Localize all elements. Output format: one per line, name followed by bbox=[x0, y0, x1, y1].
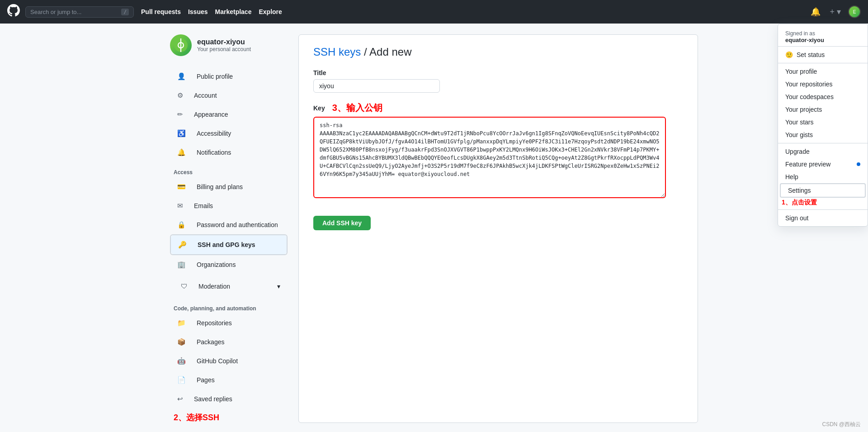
dropdown-divider-1 bbox=[778, 63, 868, 63]
feature-preview-item[interactable]: Feature preview bbox=[778, 158, 868, 171]
upgrade-item[interactable]: Upgrade bbox=[778, 145, 868, 158]
your-gists-item[interactable]: Your gists bbox=[778, 128, 868, 141]
copilot-icon: 🤖 bbox=[174, 354, 189, 368]
user-dropdown-menu: Signed in as equator-xiyou 🙂 Set status … bbox=[778, 24, 868, 227]
person-icon: 👤 bbox=[174, 70, 189, 83]
page-layout: equator-xiyou Your personal account 👤Pub… bbox=[163, 24, 705, 432]
accessibility-icon: ♿ bbox=[174, 127, 189, 140]
explore-link[interactable]: Explore bbox=[259, 8, 282, 15]
notifications-bell-button[interactable]: 🔔 bbox=[809, 5, 822, 19]
your-projects-item[interactable]: Your projects bbox=[778, 103, 868, 116]
avatar-menu-button[interactable]: E bbox=[848, 5, 861, 18]
sidebar-item-billing[interactable]: 💳Billing and plans bbox=[170, 177, 288, 196]
sidebar-item-accessibility[interactable]: ♿Accessibility bbox=[170, 124, 288, 143]
lock-icon: 🔒 bbox=[174, 218, 189, 232]
dropdown-username: equator-xiyou bbox=[785, 37, 824, 43]
sidebar-code-nav: 📁Repositories 📦Packages 🤖GitHub Copilot … bbox=[170, 313, 288, 408]
sidebar-item-repositories[interactable]: 📁Repositories bbox=[170, 313, 288, 332]
reply-icon: ↩ bbox=[174, 392, 187, 406]
github-logo-icon[interactable] bbox=[7, 4, 20, 19]
dropdown-header: Signed in as equator-xiyou bbox=[778, 26, 868, 47]
nav-links: Pull requests Issues Marketplace Explore bbox=[141, 8, 282, 15]
mail-icon: ✉ bbox=[174, 199, 187, 213]
key-hint-annotation: 3、输入公钥 bbox=[332, 102, 382, 114]
navbar: Search or jump to... / Pull requests Iss… bbox=[0, 0, 868, 24]
shield-icon: 🛡 bbox=[177, 280, 191, 293]
sidebar-item-appearance[interactable]: ✏Appearance bbox=[170, 105, 288, 124]
sidebar-item-emails[interactable]: ✉Emails bbox=[170, 196, 288, 215]
feature-preview-badge bbox=[857, 162, 860, 166]
sidebar-item-saved-replies[interactable]: ↩Saved replies bbox=[170, 389, 288, 408]
gear-icon: ⚙ bbox=[174, 89, 187, 102]
annotation-2-label: 2、选择SSH bbox=[170, 412, 288, 423]
sidebar-item-account[interactable]: ⚙Account bbox=[170, 86, 288, 105]
pages-icon: 📄 bbox=[174, 373, 189, 387]
navbar-right: 🔔 + ▾ E bbox=[809, 5, 861, 19]
settings-item[interactable]: Settings bbox=[780, 183, 866, 198]
sidebar-user-info: equator-xiyou Your personal account bbox=[170, 34, 288, 67]
create-new-button[interactable]: + ▾ bbox=[828, 5, 843, 19]
package-icon: 📦 bbox=[174, 335, 189, 349]
sidebar-item-password-auth[interactable]: 🔒Password and authentication bbox=[170, 215, 288, 234]
code-section-title: Code, planning, and automation bbox=[170, 298, 288, 313]
marketplace-link[interactable]: Marketplace bbox=[215, 8, 252, 15]
search-placeholder: Search or jump to... bbox=[30, 9, 121, 15]
bell-icon: 🔔 bbox=[174, 146, 189, 159]
chevron-down-icon: ▾ bbox=[274, 280, 284, 293]
main-content: SSH keys / Add new Title Key 3、输入公钥 ssh-… bbox=[298, 34, 698, 423]
access-section-title: Access bbox=[170, 162, 288, 177]
search-shortcut: / bbox=[121, 9, 129, 15]
sidebar-subtitle: Your personal account bbox=[197, 46, 251, 52]
sidebar-username: equator-xiyou bbox=[197, 38, 251, 46]
title-label: Title bbox=[313, 69, 683, 76]
org-icon: 🏢 bbox=[174, 258, 189, 271]
your-repositories-item[interactable]: Your repositories bbox=[778, 78, 868, 90]
sidebar-item-organizations[interactable]: 🏢Organizations bbox=[170, 255, 288, 274]
csdn-watermark: CSDN @西柚云 bbox=[822, 421, 861, 428]
key-textarea[interactable]: ssh-rsa AAAAB3NzaC1yc2EAAAADAQABAABgQCnC… bbox=[313, 117, 666, 198]
key-label: Key bbox=[313, 104, 325, 112]
breadcrumb-current: Add new bbox=[369, 46, 411, 58]
breadcrumb-ssh-keys-link[interactable]: SSH keys bbox=[313, 46, 361, 58]
title-input[interactable] bbox=[313, 79, 440, 93]
key-label-row: Key 3、输入公钥 bbox=[313, 102, 683, 114]
search-bar[interactable]: Search or jump to... / bbox=[25, 6, 134, 18]
issues-link[interactable]: Issues bbox=[188, 8, 208, 15]
your-codespaces-item[interactable]: Your codespaces bbox=[778, 90, 868, 103]
title-form-group: Title bbox=[313, 69, 683, 93]
smiley-icon: 🙂 bbox=[785, 51, 793, 58]
set-status-item[interactable]: 🙂 Set status bbox=[778, 48, 868, 61]
sidebar-item-pages[interactable]: 📄Pages bbox=[170, 370, 288, 389]
pencil-icon: ✏ bbox=[174, 108, 187, 121]
key-form-group: Key 3、输入公钥 ssh-rsa AAAAB3NzaC1yc2EAAAADA… bbox=[313, 102, 683, 199]
pull-requests-link[interactable]: Pull requests bbox=[141, 8, 181, 15]
dropdown-divider-2 bbox=[778, 143, 868, 143]
sidebar-item-moderation[interactable]: 🛡 Moderation ▾ bbox=[170, 274, 288, 298]
your-stars-item[interactable]: Your stars bbox=[778, 116, 868, 128]
credit-card-icon: 💳 bbox=[174, 180, 189, 194]
key-icon: 🔑 bbox=[175, 238, 190, 252]
sign-out-item[interactable]: Sign out bbox=[778, 212, 868, 224]
sidebar-main-nav: 👤Public profile ⚙Account ✏Appearance ♿Ac… bbox=[170, 67, 288, 162]
breadcrumb-separator: / bbox=[364, 46, 369, 58]
dropdown-divider-3 bbox=[778, 209, 868, 210]
sidebar-item-notifications[interactable]: 🔔Notifications bbox=[170, 143, 288, 162]
annotation-1-label: 1、点击设置 bbox=[782, 199, 817, 207]
help-item[interactable]: Help bbox=[778, 171, 868, 183]
add-ssh-key-button[interactable]: Add SSH key bbox=[313, 216, 371, 230]
sidebar-access-nav: 💳Billing and plans ✉Emails 🔒Password and… bbox=[170, 177, 288, 298]
sidebar-item-ssh-gpg[interactable]: 🔑SSH and GPG keys bbox=[170, 234, 288, 255]
repo-icon: 📁 bbox=[174, 316, 189, 330]
sidebar-avatar bbox=[170, 34, 192, 56]
your-profile-item[interactable]: Your profile bbox=[778, 65, 868, 78]
sidebar-item-copilot[interactable]: 🤖GitHub Copilot bbox=[170, 351, 288, 370]
sidebar: equator-xiyou Your personal account 👤Pub… bbox=[170, 34, 288, 423]
sidebar-item-packages[interactable]: 📦Packages bbox=[170, 332, 288, 351]
sidebar-item-public-profile[interactable]: 👤Public profile bbox=[170, 67, 288, 86]
breadcrumb: SSH keys / Add new bbox=[313, 46, 683, 58]
